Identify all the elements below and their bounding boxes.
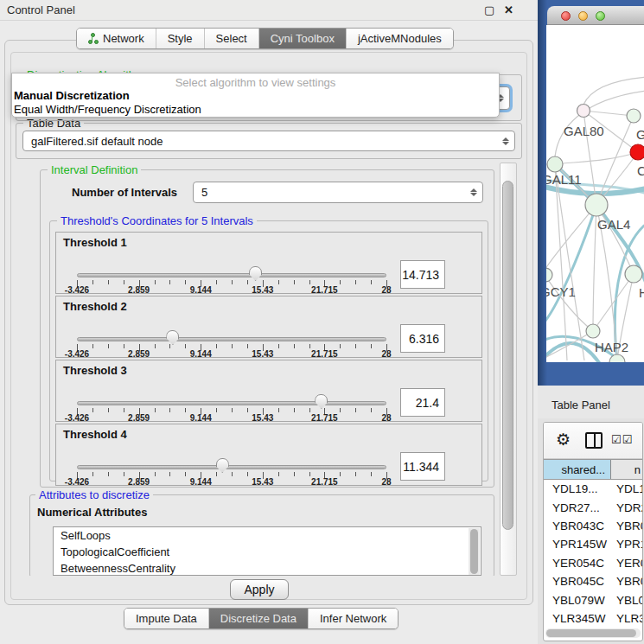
threshold-slider-track[interactable] bbox=[77, 273, 386, 277]
settings-vertical-scrollbar[interactable] bbox=[500, 163, 517, 576]
threshold-row: Threshold 4 -3.426 2.859 9.144 15.43 21.… bbox=[55, 424, 482, 486]
close-panel-icon[interactable]: ✕ bbox=[504, 3, 513, 16]
node-label-gal80: GAL80 bbox=[564, 124, 604, 138]
threshold-slider-thumb[interactable] bbox=[315, 394, 328, 409]
close-traffic-light-icon[interactable] bbox=[561, 11, 571, 21]
attributes-scrollbar[interactable] bbox=[469, 528, 480, 576]
threshold-label: Threshold 1 bbox=[63, 236, 127, 249]
threshold-row: Threshold 1 -3.426 2.859 9.144 15.43 21.… bbox=[55, 232, 482, 294]
numerical-attributes-list[interactable]: SelfLoops TopologicalCoefficient Between… bbox=[53, 526, 481, 576]
attribute-item[interactable]: SelfLoops bbox=[54, 527, 481, 544]
table-row[interactable]: YBL079WYBL0 bbox=[544, 590, 642, 609]
table-data-selected-value: galFiltered.sif default node bbox=[31, 135, 163, 148]
threshold-value-field[interactable]: 14.713 bbox=[400, 260, 445, 289]
tab-discretize-data-label: Discretize Data bbox=[220, 612, 296, 625]
table-row[interactable]: YBR045CYBR0 bbox=[544, 572, 642, 590]
table-row[interactable]: YLR345WYLR3 bbox=[544, 609, 642, 628]
network-icon bbox=[88, 33, 99, 45]
threshold-value-field[interactable]: 21.4 bbox=[400, 388, 445, 417]
tab-jactivemnodules[interactable]: jActiveMNodules bbox=[347, 29, 453, 48]
threshold-label: Threshold 4 bbox=[63, 428, 127, 441]
node-gcy1 bbox=[546, 268, 552, 282]
threshold-slider-tick-labels: -3.426 2.859 9.144 15.43 21.715 28 bbox=[77, 349, 386, 360]
interval-definition-group-title: Interval Definition bbox=[48, 163, 141, 176]
tab-discretize-data[interactable]: Discretize Data bbox=[209, 609, 309, 628]
table-data-combobox[interactable]: galFiltered.sif default node bbox=[22, 131, 515, 151]
threshold-slider-thumb[interactable] bbox=[166, 330, 179, 345]
apply-button[interactable]: Apply bbox=[230, 579, 289, 600]
tab-style-label: Style bbox=[168, 32, 193, 45]
node-label-gal4: GAL4 bbox=[597, 217, 630, 232]
threshold-coordinates-group-title: Threshold's Coordinates for 5 Intervals bbox=[57, 214, 257, 227]
columns-icon[interactable] bbox=[585, 432, 603, 449]
algorithm-item-equal-width[interactable]: Equal Width/Frequency Discretization bbox=[12, 103, 499, 117]
threshold-coordinates-group: Threshold's Coordinates for 5 Intervals … bbox=[49, 220, 488, 481]
node-hap2 bbox=[586, 324, 600, 338]
zoom-traffic-light-icon[interactable] bbox=[596, 11, 605, 21]
threshold-value-field[interactable]: 6.316 bbox=[400, 324, 445, 353]
attributes-group-title: Attributes to discretize bbox=[35, 488, 153, 501]
table-row[interactable]: YPR145WYPR1 bbox=[544, 535, 642, 553]
tab-infer-network[interactable]: Infer Network bbox=[309, 609, 398, 628]
number-of-intervals-value: 5 bbox=[201, 186, 207, 199]
threshold-slider-tick-labels: -3.426 2.859 9.144 15.43 21.715 28 bbox=[77, 413, 386, 424]
tab-select[interactable]: Select bbox=[205, 29, 259, 48]
table-header-row: shared... n bbox=[544, 459, 642, 480]
tab-cyni-toolbox[interactable]: Cyni Toolbox bbox=[259, 29, 347, 48]
node-label-h-partial: H bbox=[639, 285, 644, 300]
column-header-shared-name[interactable]: shared... bbox=[544, 460, 611, 479]
threshold-value-field[interactable]: 11.344 bbox=[400, 452, 445, 481]
table-row[interactable]: YBR043CYBR0 bbox=[544, 517, 642, 535]
tab-impute-data-label: Impute Data bbox=[136, 612, 197, 625]
node-red bbox=[630, 144, 644, 160]
number-of-intervals-label: Number of Intervals bbox=[72, 186, 177, 199]
network-window-titlebar bbox=[547, 6, 644, 25]
threshold-slider-track[interactable] bbox=[77, 337, 386, 341]
threshold-slider-thumb[interactable] bbox=[216, 458, 229, 473]
number-of-intervals-combobox[interactable]: 5 bbox=[193, 182, 483, 203]
network-canvas[interactable]: GAL80 GA C GAL11 GAL4 GCY1 H HAP2 bbox=[546, 25, 644, 362]
node-label-ga-partial: GA bbox=[636, 127, 644, 142]
node-label-gcy1: GCY1 bbox=[546, 284, 576, 299]
control-panel-titlebar: Control Panel ▢ ✕ bbox=[0, 0, 538, 21]
algorithm-item-manual[interactable]: Manual Discretization bbox=[12, 89, 499, 103]
table-panel-title: Table Panel bbox=[552, 399, 610, 411]
table-row[interactable]: YDL19...YDL1 bbox=[544, 480, 642, 498]
combo-arrows-icon bbox=[470, 188, 477, 196]
combo-arrows-icon bbox=[502, 137, 509, 145]
table-body: YDL19...YDL1 YDR27...YDR2 YBR043CYBR0 YP… bbox=[544, 480, 642, 628]
threshold-label: Threshold 3 bbox=[63, 364, 127, 377]
table-horizontal-scrollbar[interactable] bbox=[545, 628, 641, 638]
threshold-slider-tick-labels: -3.426 2.859 9.144 15.43 21.715 28 bbox=[77, 477, 386, 488]
column-header-name[interactable]: n bbox=[611, 460, 642, 479]
table-panel-header: Table Panel bbox=[538, 386, 644, 418]
gear-icon[interactable]: ⚙ bbox=[556, 430, 571, 450]
tab-infer-network-label: Infer Network bbox=[320, 612, 386, 625]
node-gal80 bbox=[577, 105, 590, 118]
table-row[interactable]: YDR27...YDR2 bbox=[544, 498, 642, 516]
tab-select-label: Select bbox=[216, 32, 247, 45]
threshold-row: Threshold 2 -3.426 2.859 9.144 15.43 21.… bbox=[55, 296, 482, 358]
float-panel-icon[interactable]: ▢ bbox=[484, 3, 494, 16]
tab-network[interactable]: Network bbox=[77, 29, 156, 48]
control-panel-window: Control Panel ▢ ✕ Network Style Select C… bbox=[0, 0, 538, 644]
node-gal11 bbox=[547, 156, 563, 172]
node-right-mid bbox=[625, 265, 642, 283]
table-toolbar: ⚙ ☑☑ bbox=[544, 423, 642, 459]
minimize-traffic-light-icon[interactable] bbox=[578, 11, 588, 21]
threshold-slider-track[interactable] bbox=[77, 465, 386, 469]
tab-jactivemnodules-label: jActiveMNodules bbox=[358, 32, 442, 45]
algorithm-placeholder-item[interactable]: Select algorithm to view settings bbox=[12, 73, 499, 89]
attribute-item[interactable]: BetweennessCentrality bbox=[54, 560, 481, 576]
threshold-slider-thumb[interactable] bbox=[249, 266, 262, 281]
threshold-slider-track[interactable] bbox=[77, 401, 386, 405]
table-panel: ⚙ ☑☑ shared... n YDL19...YDL1 YDR27...YD… bbox=[543, 422, 643, 641]
tab-impute-data[interactable]: Impute Data bbox=[124, 609, 209, 628]
node-label-gal11: GAL11 bbox=[546, 172, 582, 187]
tab-style[interactable]: Style bbox=[156, 29, 205, 48]
table-row[interactable]: YER054CYER0 bbox=[544, 554, 642, 572]
settings-viewport: Interval Definition Number of Intervals … bbox=[16, 161, 500, 576]
node-gal4 bbox=[585, 194, 608, 216]
attribute-item[interactable]: TopologicalCoefficient bbox=[54, 544, 481, 560]
checkboxes-icon[interactable]: ☑☑ bbox=[611, 433, 633, 446]
